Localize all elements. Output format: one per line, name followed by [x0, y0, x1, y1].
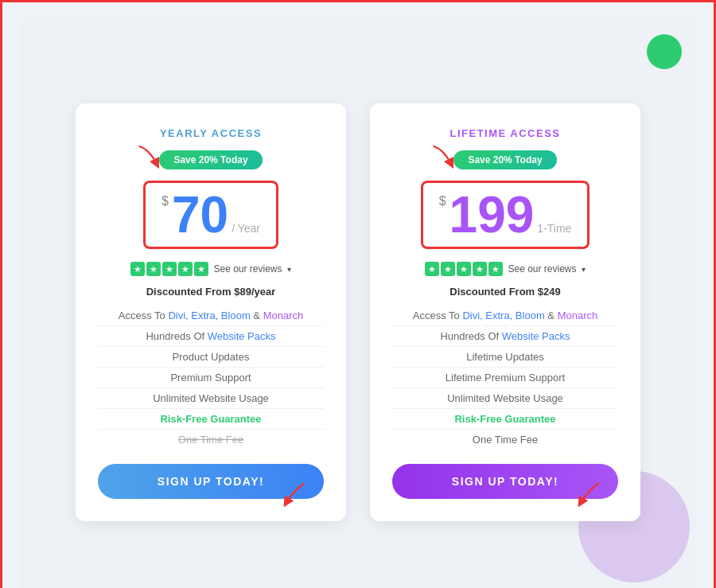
yearly-packs-prefix: Hundreds Of	[146, 330, 207, 342]
lifetime-stars-row: ★ ★ ★ ★ ★ See our reviews ▾	[425, 262, 585, 276]
lifetime-discounted: Discounted From $249	[449, 286, 560, 298]
lifetime-features-list: Access To Divi, Extra, Bloom & Monarch H…	[392, 306, 618, 450]
lifetime-save-badge: Save 20% Today	[453, 150, 556, 169]
lt-star-2: ★	[441, 262, 455, 276]
yearly-reviews-link[interactable]: See our reviews	[213, 263, 282, 275]
yearly-price-box: $ 70 / Year	[143, 181, 278, 249]
yearly-packs-link: Website Packs	[208, 330, 276, 342]
yearly-badge-wrapper: Save 20% Today	[159, 150, 262, 169]
lifetime-packs-link: Website Packs	[502, 330, 570, 342]
lifetime-access-text: Access To	[413, 310, 463, 321]
lifetime-badge-wrapper: Save 20% Today	[453, 150, 556, 169]
yearly-price: 70	[172, 189, 228, 240]
yearly-signup-button[interactable]: SIGN UP TODAY!	[98, 464, 324, 499]
lifetime-guarantee: Risk-Free Guarantee	[392, 409, 618, 430]
lifetime-reviews-chevron: ▾	[582, 265, 586, 274]
yearly-usage: Unlimited Website Usage	[98, 388, 324, 409]
page-wrapper: YEARLY ACCESS Save 20% Today $ 70 / Year	[18, 18, 698, 588]
lifetime-price-box: $ 199 1-Time	[421, 181, 590, 249]
lifetime-usage: Unlimited Website Usage	[392, 388, 618, 409]
lifetime-card: LIFETIME ACCESS Save 20% Today $ 199 1-T…	[370, 103, 640, 521]
lifetime-signup-button[interactable]: SIGN UP TODAY!	[392, 464, 618, 499]
lifetime-packs-prefix: Hundreds Of	[440, 330, 501, 342]
yearly-period: / Year	[232, 222, 260, 235]
lt-star-4: ★	[473, 262, 487, 276]
lifetime-website-packs: Hundreds Of Website Packs	[392, 326, 618, 347]
decorative-circle-green	[647, 34, 682, 69]
star-1: ★	[130, 262, 145, 276]
yearly-features-list: Access To Divi, Extra, Bloom & Monarch H…	[98, 306, 324, 450]
yearly-currency: $	[161, 194, 169, 208]
lifetime-arrow-icon	[430, 142, 458, 171]
yearly-reviews-chevron: ▾	[287, 265, 291, 274]
lifetime-access: Access To Divi, Extra, Bloom & Monarch	[392, 306, 618, 326]
lifetime-currency: $	[439, 194, 446, 208]
lifetime-support: Lifetime Premium Support	[392, 368, 618, 388]
lifetime-and: &	[545, 310, 558, 321]
lifetime-monarch: Monarch	[558, 310, 598, 321]
yearly-products: Divi, Extra, Bloom	[168, 310, 250, 321]
yearly-updates: Product Updates	[98, 347, 324, 368]
lt-star-1: ★	[425, 262, 439, 276]
yearly-access: Access To Divi, Extra, Bloom & Monarch	[98, 306, 324, 326]
lifetime-one-time: One Time Fee	[392, 430, 618, 450]
yearly-arrow-icon	[135, 142, 164, 171]
lifetime-stars: ★ ★ ★ ★ ★	[425, 262, 503, 276]
yearly-btn-wrapper: SIGN UP TODAY!	[98, 464, 324, 499]
star-3: ★	[162, 262, 177, 276]
yearly-one-time: One Time Fee	[98, 430, 324, 450]
lifetime-plan-title: LIFETIME ACCESS	[449, 127, 560, 139]
yearly-save-badge: Save 20% Today	[159, 150, 262, 169]
yearly-website-packs: Hundreds Of Website Packs	[98, 326, 324, 347]
lifetime-period: 1-Time	[537, 222, 571, 235]
star-5: ★	[194, 262, 208, 276]
yearly-card: YEARLY ACCESS Save 20% Today $ 70 / Year	[76, 103, 346, 521]
yearly-stars: ★ ★ ★ ★ ★	[130, 262, 208, 276]
lifetime-products: Divi, Extra, Bloom	[462, 310, 544, 321]
star-2: ★	[146, 262, 161, 276]
lifetime-btn-wrapper: SIGN UP TODAY!	[392, 464, 618, 499]
star-4: ★	[178, 262, 193, 276]
yearly-monarch: Monarch	[263, 310, 304, 321]
yearly-discounted: Discounted From $89/year	[146, 286, 276, 298]
yearly-guarantee: Risk-Free Guarantee	[98, 409, 324, 430]
lifetime-reviews-link[interactable]: See our reviews	[508, 263, 576, 275]
lt-star-3: ★	[457, 262, 471, 276]
yearly-access-text: Access To	[119, 310, 169, 321]
yearly-support: Premium Support	[98, 368, 324, 388]
yearly-plan-title: YEARLY ACCESS	[160, 127, 262, 139]
lt-star-5: ★	[488, 262, 503, 276]
lifetime-updates: Lifetime Updates	[392, 347, 618, 368]
yearly-stars-row: ★ ★ ★ ★ ★ See our reviews ▾	[130, 262, 290, 276]
lifetime-price: 199	[449, 189, 535, 240]
cards-container: YEARLY ACCESS Save 20% Today $ 70 / Year	[76, 103, 640, 521]
yearly-and: &	[251, 310, 263, 321]
